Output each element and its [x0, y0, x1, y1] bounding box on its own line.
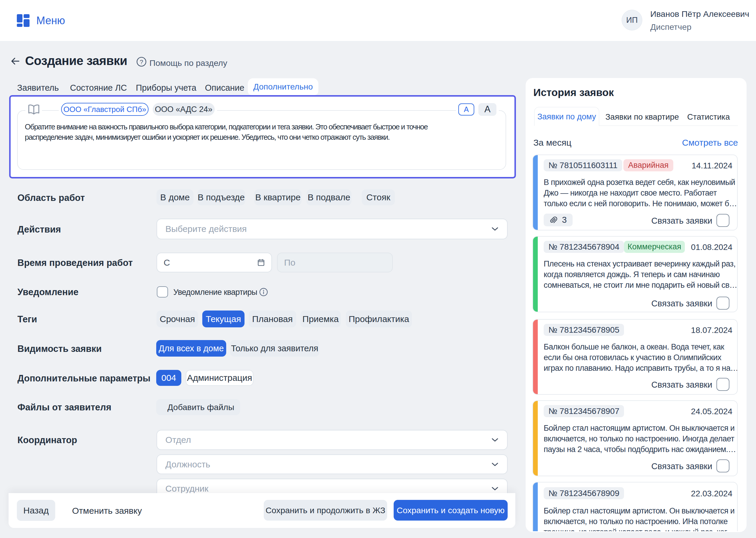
svg-text:?: ? [140, 59, 143, 65]
